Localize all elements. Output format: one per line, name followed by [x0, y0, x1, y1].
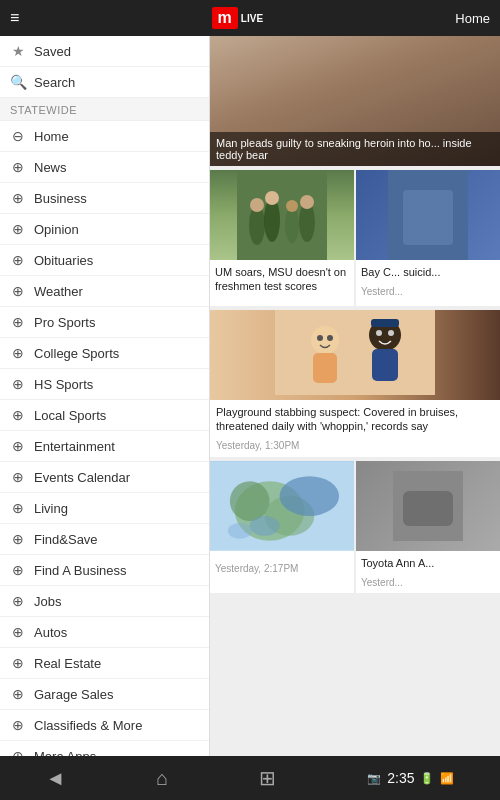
sidebar-item-more-apps[interactable]: ⊕ More Apps — [0, 741, 209, 756]
svg-point-15 — [327, 335, 333, 341]
sidebar-item-search[interactable]: 🔍 Search — [0, 67, 209, 98]
back-button[interactable]: ◄ — [45, 767, 65, 790]
svg-point-6 — [265, 191, 279, 205]
plus-circle-icon: ⊕ — [10, 314, 26, 330]
plus-circle-icon: ⊕ — [10, 717, 26, 733]
sidebar-business-label: Business — [34, 191, 199, 206]
home-button[interactable]: ⌂ — [156, 767, 168, 790]
news-card-map[interactable]: Yesterday, 2:17PM — [210, 461, 354, 593]
plus-circle-icon: ⊕ — [10, 283, 26, 299]
plus-circle-icon: ⊕ — [10, 252, 26, 268]
saved-label: Saved — [34, 44, 199, 59]
sidebar-item-living[interactable]: ⊕ Living — [0, 493, 209, 524]
sidebar-item-hs-sports[interactable]: ⊕ HS Sports — [0, 369, 209, 400]
sidebar-item-events-calendar[interactable]: ⊕ Events Calendar — [0, 462, 209, 493]
two-col-row-2: Yesterday, 2:17PM Toyota Ann A... Yester… — [210, 461, 500, 593]
plus-circle-icon: ⊕ — [10, 624, 26, 640]
plus-circle-icon: ⊕ — [10, 562, 26, 578]
sidebar-item-classifieds[interactable]: ⊕ Classifieds & More — [0, 710, 209, 741]
plus-circle-icon: ⊕ — [10, 748, 26, 756]
logo-live-label: LIVE — [241, 13, 263, 24]
plus-circle-icon: ⊕ — [10, 345, 26, 361]
plus-circle-icon: ⊕ — [10, 190, 26, 206]
news-image-students — [210, 170, 354, 260]
sidebar-item-jobs[interactable]: ⊕ Jobs — [0, 586, 209, 617]
sidebar-item-garage-sales[interactable]: ⊕ Garage Sales — [0, 679, 209, 710]
svg-point-5 — [250, 198, 264, 212]
wifi-icon: 📶 — [440, 772, 454, 785]
hero-news-card[interactable]: Man pleads guilty to sneaking heroin int… — [210, 36, 500, 166]
news-card-playground[interactable]: Playground stabbing suspect: Covered in … — [210, 310, 500, 458]
sidebar-opinion-label: Opinion — [34, 222, 199, 237]
plus-circle-icon: ⊕ — [10, 376, 26, 392]
svg-rect-18 — [371, 319, 399, 327]
svg-point-8 — [300, 195, 314, 209]
card-map-caption — [210, 551, 354, 561]
card-playground-caption: Playground stabbing suspect: Covered in … — [210, 400, 500, 439]
sidebar: ★ Saved 🔍 Search Statewide ⊖ Home ⊕ News… — [0, 36, 210, 756]
sidebar-weather-label: Weather — [34, 284, 199, 299]
svg-point-19 — [376, 330, 382, 336]
news-card-toyota[interactable]: Toyota Ann A... Yesterd... — [356, 461, 500, 593]
card-um-msu-time — [210, 299, 354, 306]
sidebar-obituaries-label: Obituaries — [34, 253, 199, 268]
bottom-navigation-bar: ◄ ⌂ ⊞ 📷 2:35 🔋 📶 — [0, 756, 500, 800]
svg-point-14 — [317, 335, 323, 341]
minus-circle-icon: ⊖ — [10, 128, 26, 144]
sidebar-entertainment-label: Entertainment — [34, 439, 199, 454]
sidebar-news-label: News — [34, 160, 199, 175]
hamburger-menu-icon[interactable]: ≡ — [10, 9, 19, 27]
svg-rect-13 — [313, 353, 337, 383]
app-logo: m LIVE — [212, 7, 263, 29]
star-icon: ★ — [10, 43, 26, 59]
news-image-kids — [210, 310, 500, 400]
sidebar-item-local-sports[interactable]: ⊕ Local Sports — [0, 400, 209, 431]
recent-apps-button[interactable]: ⊞ — [259, 766, 276, 790]
sidebar-item-find-a-business[interactable]: ⊕ Find A Business — [0, 555, 209, 586]
news-card-um-msu[interactable]: UM soars, MSU doesn't on freshmen test s… — [210, 170, 354, 306]
top-bar: ≡ m LIVE Home — [0, 0, 500, 36]
card-bay-city-time: Yesterd... — [356, 284, 500, 302]
sidebar-item-real-estate[interactable]: ⊕ Real Estate — [0, 648, 209, 679]
search-icon: 🔍 — [10, 74, 26, 90]
main-content: Man pleads guilty to sneaking heroin int… — [210, 36, 500, 756]
sidebar-item-saved[interactable]: ★ Saved — [0, 36, 209, 67]
plus-circle-icon: ⊕ — [10, 438, 26, 454]
sidebar-item-opinion[interactable]: ⊕ Opinion — [0, 214, 209, 245]
svg-rect-29 — [403, 491, 453, 526]
sidebar-hs-sports-label: HS Sports — [34, 377, 199, 392]
hero-caption: Man pleads guilty to sneaking heroin int… — [210, 132, 500, 166]
svg-point-25 — [280, 476, 340, 516]
sidebar-pro-sports-label: Pro Sports — [34, 315, 199, 330]
svg-point-12 — [311, 326, 339, 354]
news-image-bay-city — [356, 170, 500, 260]
sidebar-item-college-sports[interactable]: ⊕ College Sports — [0, 338, 209, 369]
sidebar-item-findsave[interactable]: ⊕ Find&Save — [0, 524, 209, 555]
sidebar-garage-sales-label: Garage Sales — [34, 687, 199, 702]
sidebar-item-weather[interactable]: ⊕ Weather — [0, 276, 209, 307]
battery-icon: 🔋 — [420, 772, 434, 785]
sidebar-item-business[interactable]: ⊕ Business — [0, 183, 209, 214]
news-image-map — [210, 461, 354, 551]
svg-point-7 — [286, 200, 298, 212]
svg-point-23 — [230, 481, 270, 521]
svg-point-26 — [250, 516, 280, 536]
card-map-time: Yesterday, 2:17PM — [210, 561, 354, 579]
sidebar-college-sports-label: College Sports — [34, 346, 199, 361]
sidebar-item-home[interactable]: ⊖ Home — [0, 121, 209, 152]
search-label: Search — [34, 75, 199, 90]
sidebar-item-pro-sports[interactable]: ⊕ Pro Sports — [0, 307, 209, 338]
sidebar-classifieds-label: Classifieds & More — [34, 718, 199, 733]
card-toyota-caption: Toyota Ann A... — [356, 551, 500, 575]
sidebar-item-news[interactable]: ⊕ News — [0, 152, 209, 183]
sidebar-item-autos[interactable]: ⊕ Autos — [0, 617, 209, 648]
home-label: Home — [455, 11, 490, 26]
sidebar-item-entertainment[interactable]: ⊕ Entertainment — [0, 431, 209, 462]
news-card-bay-city[interactable]: Bay C... suicid... Yesterd... — [356, 170, 500, 306]
sidebar-findsave-label: Find&Save — [34, 532, 199, 547]
sidebar-item-obituaries[interactable]: ⊕ Obituaries — [0, 245, 209, 276]
plus-circle-icon: ⊕ — [10, 593, 26, 609]
plus-circle-icon: ⊕ — [10, 655, 26, 671]
plus-circle-icon: ⊕ — [10, 221, 26, 237]
card-um-msu-caption: UM soars, MSU doesn't on freshmen test s… — [210, 260, 354, 299]
